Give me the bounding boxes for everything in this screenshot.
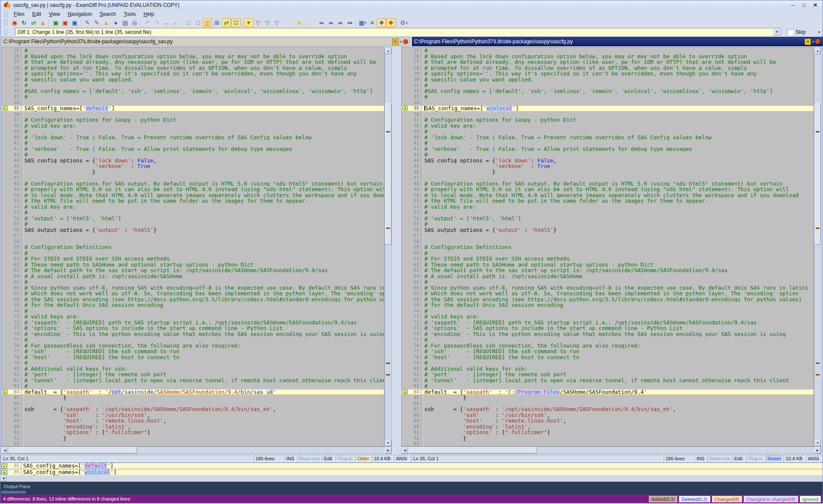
- publish-report-icon[interactable]: ●: [111, 18, 120, 27]
- code-line-66[interactable]: 66# Since python uses utf-8, running SAS…: [2, 285, 384, 291]
- code-line-80[interactable]: 80# Additional valid keys for ssh:: [402, 366, 814, 372]
- code-line-31[interactable]: 31#: [2, 82, 384, 88]
- code-line-27[interactable]: 27# that are defined already. Any necess…: [402, 59, 814, 65]
- toolbar-grip[interactable]: [4, 11, 7, 17]
- code-line-49[interactable]: 49# properly with HTML 5.0 so it can als…: [2, 186, 384, 192]
- copy-to-right-marker-icon[interactable]: ▶: [3, 390, 8, 394]
- split-view-icon[interactable]: ◫: [203, 18, 212, 27]
- code-line-74[interactable]: 74# 'encoding' - This is the python enco…: [402, 331, 814, 337]
- code-line-76[interactable]: 76# For passwordless ssh connection, the…: [402, 343, 814, 349]
- menu-tools[interactable]: Tools: [120, 10, 140, 18]
- output-pane[interactable]: Output Pane: [0, 482, 823, 495]
- plugins-icon[interactable]: ❖: [377, 18, 386, 27]
- code-line-28[interactable]: 28# prompted for at run time. To dissall…: [402, 65, 814, 71]
- code-line-54[interactable]: 54# 'output' = ['html5', 'html']: [402, 216, 814, 222]
- menu-edit[interactable]: Edit: [28, 10, 45, 18]
- code-line-32[interactable]: 32#SAS_config_names = ['default', 'ssh',…: [2, 88, 384, 94]
- code-line-45[interactable]: 45 'verbose' : True: [2, 163, 384, 169]
- code-line-39[interactable]: 39#: [402, 129, 814, 135]
- code-line-75[interactable]: 75#: [2, 337, 384, 343]
- code-line-59[interactable]: 59# Configuration Definitions: [2, 244, 384, 250]
- combo-dropdown-icon[interactable]: ▼: [773, 28, 781, 36]
- save-second-file-icon[interactable]: ▣: [60, 18, 70, 27]
- code-line-34[interactable]: 34: [402, 100, 814, 106]
- scrollbar-thumb[interactable]: [9, 447, 137, 453]
- code-line-82[interactable]: 82# 'tunnel' - [integer] local port to o…: [2, 378, 384, 384]
- code-line-87[interactable]: 87ssh = {'saspath' : '/opt/sasinside/SAS…: [402, 406, 814, 412]
- code-line-40[interactable]: 40# 'lock_down' - True | False. True = P…: [2, 135, 384, 141]
- plugin-edit-icon[interactable]: ❖: [386, 18, 396, 27]
- code-line-51[interactable]: 51# the HTML file will need to be put in…: [402, 198, 814, 204]
- code-line-43[interactable]: 43#: [402, 152, 814, 158]
- line-details-icon[interactable]: ≡: [367, 18, 377, 27]
- code-line-75[interactable]: 75#: [402, 337, 814, 343]
- save-report-icon[interactable]: ▲: [102, 18, 111, 27]
- code-line-80[interactable]: 80# Additional valid keys for ssh:: [2, 366, 384, 372]
- code-line-52[interactable]: 52# valid key are:: [402, 204, 814, 210]
- view-layout-icon[interactable]: ▦▾: [358, 18, 367, 27]
- code-line-92[interactable]: 92 }: [2, 435, 384, 441]
- code-line-49[interactable]: 49# properly with HTML 5.0 so it can als…: [402, 186, 814, 192]
- undo-icon[interactable]: ↶: [143, 18, 152, 27]
- code-line-60[interactable]: 60#: [402, 250, 814, 256]
- right-vertical-scrollbar[interactable]: ▲ ▼: [814, 47, 821, 447]
- code-line-87[interactable]: 87ssh = {'saspath' : '/opt/sasinside/SAS…: [2, 406, 384, 412]
- code-line-38[interactable]: 38# valid key are:: [2, 123, 384, 129]
- menu-help[interactable]: Help: [140, 10, 158, 18]
- left-code-pane[interactable]: 25#26# Based upon the lock_down configur…: [1, 47, 384, 447]
- code-line-61[interactable]: 61# For STDIO and STDIO over SSH access …: [2, 256, 384, 262]
- code-line-55[interactable]: 55#: [2, 221, 384, 227]
- find-next-icon[interactable]: ∞: [326, 18, 336, 27]
- copy-to-left-marker-icon[interactable]: ◀: [402, 390, 408, 394]
- compare-app-icon[interactable]: [815, 39, 820, 44]
- code-line-61[interactable]: 61# For STDIO and STDIO over SSH access …: [402, 256, 814, 262]
- code-line-67[interactable]: 67# which does not work well as utf-8. S…: [402, 291, 814, 297]
- code-line-56[interactable]: 56SAS_output_options = {'output' : 'html…: [2, 227, 384, 233]
- next-diff-icon[interactable]: ↓: [304, 18, 313, 27]
- code-line-54[interactable]: 54# 'output' = ['html5', 'html']: [2, 216, 384, 222]
- code-line-27[interactable]: 27# that are defined already. Any necess…: [2, 59, 384, 65]
- copy-to-left-icon[interactable]: ←: [171, 18, 180, 27]
- code-line-66[interactable]: 66# Since python uses utf-8, running SAS…: [402, 285, 814, 291]
- filter-second-icon[interactable]: ▽: [263, 18, 272, 27]
- current-diff-icon[interactable]: ■: [294, 18, 304, 27]
- code-line-36[interactable]: 36: [2, 111, 384, 117]
- copy-to-right-marker-icon[interactable]: ▶: [3, 106, 8, 111]
- diff-detail-scrollbar[interactable]: ◀: [0, 475, 823, 482]
- code-line-33[interactable]: 33#: [402, 94, 814, 100]
- scrollbar-thumb[interactable]: [814, 103, 821, 245]
- code-line-25[interactable]: 25#: [2, 48, 384, 54]
- edit-first-file-icon[interactable]: ✎: [83, 18, 92, 27]
- scroll-left-icon[interactable]: ◀: [0, 475, 6, 481]
- maximize-icon[interactable]: □: [802, 2, 805, 8]
- code-line-67[interactable]: 67# which does not work well as utf-8. S…: [2, 291, 384, 297]
- left-horizontal-scrollbar[interactable]: ◀ ▶: [1, 447, 392, 454]
- code-line-43[interactable]: 43#: [2, 152, 384, 158]
- menu-search[interactable]: Search: [96, 10, 120, 18]
- code-line-90[interactable]: 90 'encoding': 'latin1',: [402, 424, 814, 430]
- save-first-file-icon[interactable]: ▣: [51, 18, 60, 27]
- compare-files-icon[interactable]: ◉: [10, 18, 19, 27]
- toolbar-overflow-icon[interactable]: ▾: [818, 30, 820, 34]
- output-pane-tab[interactable]: [1, 491, 26, 494]
- code-line-32[interactable]: 32#SAS_config_names = ['default', 'ssh',…: [402, 88, 814, 94]
- code-line-69[interactable]: 69# for the default Unix SAS session enc…: [402, 302, 814, 308]
- code-line-85[interactable]: 85 }: [2, 395, 384, 401]
- code-line-63[interactable]: 63# The default path to the sas start up…: [402, 267, 814, 273]
- options-icon[interactable]: ⚙▾: [399, 18, 408, 27]
- code-line-48[interactable]: 48# Configuration options for SAS output…: [402, 181, 814, 187]
- grid-view-icon[interactable]: ⊞: [212, 18, 222, 27]
- code-line-70[interactable]: 70#: [2, 308, 384, 314]
- close-icon[interactable]: ✕: [813, 2, 817, 8]
- code-line-44[interactable]: 44SAS_config_options = {'lock_down': Fal…: [402, 158, 814, 164]
- print-preview-icon[interactable]: ◎: [130, 18, 139, 27]
- code-line-91[interactable]: 91 'options' : ["-fullstimer"]: [2, 429, 384, 435]
- code-line-86[interactable]: 86: [402, 401, 814, 407]
- code-line-56[interactable]: 56SAS_output_options = {'output' : 'html…: [402, 227, 814, 233]
- diff-detail-row[interactable]: ▶35SAS_config_names=['default']: [0, 463, 823, 469]
- code-line-50[interactable]: 50# in local mode. Note that HTML 4.0 wi…: [2, 192, 384, 198]
- scroll-down-icon[interactable]: ▼: [814, 440, 821, 446]
- scroll-left-icon[interactable]: ◀: [2, 447, 8, 453]
- auto-recompare-icon[interactable]: ☑: [231, 18, 240, 27]
- code-line-58[interactable]: 58: [2, 239, 384, 245]
